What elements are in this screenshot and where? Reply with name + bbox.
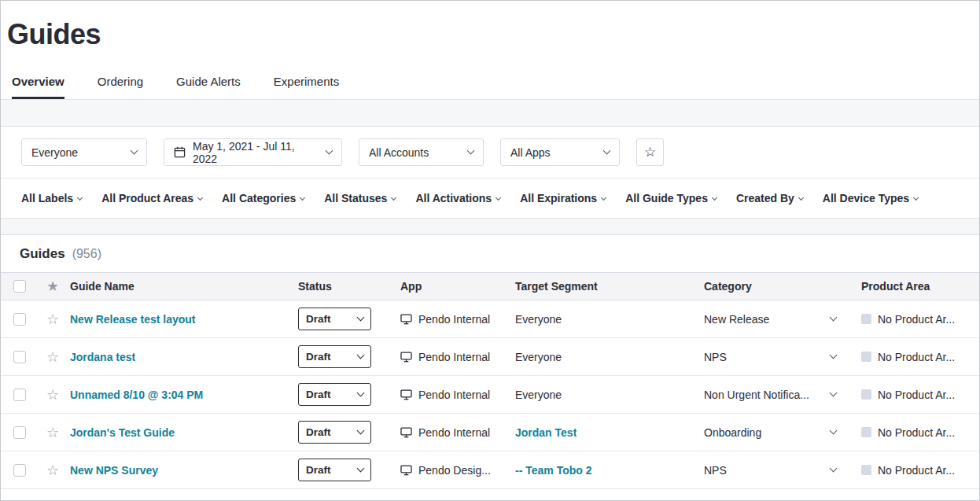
column-header-status[interactable]: Status xyxy=(298,280,332,293)
status-select[interactable]: Draft xyxy=(298,383,371,406)
guide-name-link[interactable]: Jordana test xyxy=(70,351,135,363)
status-select-wrap: Draft xyxy=(298,421,371,444)
favorite-star-icon[interactable]: ☆ xyxy=(46,463,59,477)
chevron-down-icon xyxy=(830,389,838,397)
target-segment[interactable]: Jordan Test xyxy=(515,426,577,439)
filter-created-by[interactable]: Created By xyxy=(736,192,803,204)
column-header-guide-name[interactable]: Guide Name xyxy=(70,280,134,293)
status-select-wrap: Draft xyxy=(298,459,371,481)
status-select[interactable]: Draft xyxy=(298,308,371,330)
category-select[interactable]: NPS xyxy=(704,464,836,477)
filter-link-label: All Product Areas xyxy=(101,192,193,204)
target-segment: Everyone xyxy=(515,351,562,363)
filter-links-row: All LabelsAll Product AreasAll Categorie… xyxy=(1,178,979,218)
filter-all-expirations[interactable]: All Expirations xyxy=(520,192,606,204)
table-row: ☆New Release test layoutDraftPendo Inter… xyxy=(1,300,980,338)
apps-filter-dropdown[interactable]: All Apps xyxy=(500,138,620,166)
calendar-icon xyxy=(174,146,186,158)
column-header-product-area[interactable]: Product Area xyxy=(861,280,930,293)
row-checkbox[interactable] xyxy=(13,313,26,326)
chevron-down-icon xyxy=(798,194,804,200)
filter-all-device-types[interactable]: All Device Types xyxy=(823,192,918,204)
tab-experiments[interactable]: Experiments xyxy=(274,75,339,99)
status-select-wrap: Draft xyxy=(298,383,371,406)
guide-name-link[interactable]: New Release test layout xyxy=(70,313,196,326)
status-select[interactable]: Draft xyxy=(298,421,371,444)
filter-all-categories[interactable]: All Categories xyxy=(222,192,304,204)
app-name: Pendo Desig... xyxy=(418,464,491,477)
accounts-filter-dropdown[interactable]: All Accounts xyxy=(359,138,484,166)
desktop-app-icon xyxy=(400,427,412,438)
row-checkbox[interactable] xyxy=(13,351,26,363)
spacer-band xyxy=(1,99,979,126)
app-name: Pendo Internal xyxy=(418,313,490,326)
star-column-header-icon[interactable]: ★ xyxy=(46,279,59,293)
target-segment[interactable]: -- Team Tobo 2 xyxy=(515,464,591,477)
product-area-value: No Product Ar... xyxy=(878,426,955,439)
guide-name-link[interactable]: New NPS Survey xyxy=(70,464,158,477)
filter-link-label: Created By xyxy=(736,192,794,204)
category-select[interactable]: New Release xyxy=(704,313,836,326)
section-title: Guides xyxy=(20,246,65,262)
filter-link-label: All Labels xyxy=(21,192,73,204)
target-segment: Everyone xyxy=(515,389,562,401)
star-icon: ☆ xyxy=(644,144,656,160)
chevron-down-icon xyxy=(913,194,919,200)
desktop-app-icon xyxy=(400,352,412,363)
row-checkbox[interactable] xyxy=(13,464,26,477)
product-area-color-swatch xyxy=(861,389,871,400)
favorite-star-icon[interactable]: ☆ xyxy=(46,425,59,440)
category-select[interactable]: Non Urgent Notifica... xyxy=(704,389,836,401)
category-select[interactable]: Onboarding xyxy=(704,426,836,439)
favorite-star-icon[interactable]: ☆ xyxy=(46,388,59,402)
guides-count: (956) xyxy=(72,247,101,261)
status-select-wrap: Draft xyxy=(298,345,371,368)
tab-ordering[interactable]: Ordering xyxy=(98,75,143,99)
chevron-down-icon xyxy=(830,314,838,322)
saved-filter-star-button[interactable]: ☆ xyxy=(636,138,664,166)
table-row: ☆Jordan's Test GuideDraftPendo InternalJ… xyxy=(1,414,980,451)
filter-all-product-areas[interactable]: All Product Areas xyxy=(101,192,202,204)
column-header-target-segment[interactable]: Target Segment xyxy=(515,280,598,293)
filter-all-activations[interactable]: All Activations xyxy=(415,192,500,204)
chevron-down-icon xyxy=(496,194,501,200)
target-segment: Everyone xyxy=(515,313,562,326)
product-area-color-swatch xyxy=(861,465,871,475)
chevron-down-icon xyxy=(391,194,396,200)
chevron-down-icon xyxy=(712,194,717,200)
date-range-picker[interactable]: May 1, 2021 - Jul 11, 2022 xyxy=(164,138,342,166)
status-select[interactable]: Draft xyxy=(298,459,371,481)
guides-table-section: Guides (956) ★ Guide Name Status App Tar… xyxy=(1,235,979,489)
guide-name-link[interactable]: Unnamed 8/10 @ 3:04 PM xyxy=(70,389,203,401)
app-name: Pendo Internal xyxy=(418,426,490,439)
favorite-star-icon[interactable]: ☆ xyxy=(46,312,59,326)
filter-all-statuses[interactable]: All Statuses xyxy=(324,192,396,204)
status-select[interactable]: Draft xyxy=(298,345,371,368)
tab-guide-alerts[interactable]: Guide Alerts xyxy=(176,75,241,99)
chevron-down-icon xyxy=(830,427,838,435)
guide-name-link[interactable]: Jordan's Test Guide xyxy=(70,426,175,439)
column-header-app[interactable]: App xyxy=(400,280,422,293)
favorite-star-icon[interactable]: ☆ xyxy=(46,350,59,364)
chevron-down-icon xyxy=(601,194,606,200)
row-checkbox[interactable] xyxy=(13,426,26,439)
table-body: ☆New Release test layoutDraftPendo Inter… xyxy=(1,300,979,489)
desktop-app-icon xyxy=(400,314,412,325)
category-select[interactable]: NPS xyxy=(704,351,836,363)
row-checkbox[interactable] xyxy=(13,389,26,401)
column-header-category[interactable]: Category xyxy=(704,280,752,293)
date-range-value: May 1, 2021 - Jul 11, 2022 xyxy=(193,140,319,165)
filter-link-label: All Device Types xyxy=(823,192,909,204)
table-header-row: ★ Guide Name Status App Target Segment C… xyxy=(1,272,980,300)
category-value: Non Urgent Notifica... xyxy=(704,389,809,401)
product-area-value: No Product Ar... xyxy=(878,389,955,401)
select-all-checkbox[interactable] xyxy=(13,280,26,293)
filter-all-guide-types[interactable]: All Guide Types xyxy=(625,192,717,204)
table-row: ☆Jordana testDraftPendo InternalEveryone… xyxy=(1,338,980,376)
desktop-app-icon xyxy=(400,389,412,400)
category-value: New Release xyxy=(704,313,769,326)
apps-filter-value: All Apps xyxy=(510,146,597,159)
filter-all-labels[interactable]: All Labels xyxy=(21,192,82,204)
tab-overview[interactable]: Overview xyxy=(12,75,64,99)
segment-filter-dropdown[interactable]: Everyone xyxy=(21,138,147,166)
